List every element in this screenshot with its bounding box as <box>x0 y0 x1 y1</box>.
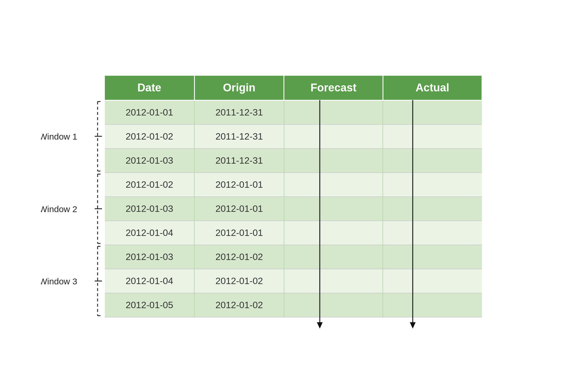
cell-origin: 2012-01-02 <box>194 245 284 269</box>
cell-origin: 2011-12-31 <box>194 149 284 173</box>
cell-origin: 2012-01-01 <box>194 221 284 245</box>
cell-date: 2012-01-03 <box>105 245 195 269</box>
cell-date: 2012-01-05 <box>105 293 195 317</box>
cell-date: 2012-01-03 <box>105 149 195 173</box>
cell-actual <box>383 197 482 221</box>
cell-forecast <box>284 293 383 317</box>
page-container: DateOriginForecastActual 2012-01-012011-… <box>0 0 587 392</box>
cell-date: 2012-01-01 <box>105 100 195 124</box>
cell-date: 2012-01-04 <box>105 221 195 245</box>
header-cell-forecast: Forecast <box>284 75 383 100</box>
svg-marker-18 <box>410 322 416 329</box>
header-row: DateOriginForecastActual <box>105 75 482 100</box>
cell-actual <box>383 269 482 293</box>
cell-actual <box>383 293 482 317</box>
cell-date: 2012-01-04 <box>105 269 195 293</box>
table-row: 2012-01-032012-01-01 <box>105 197 482 221</box>
cell-origin: 2011-12-31 <box>194 124 284 149</box>
main-layout: DateOriginForecastActual 2012-01-012011-… <box>105 75 482 317</box>
cell-actual <box>383 149 482 173</box>
table-row: 2012-01-032011-12-31 <box>105 149 482 173</box>
cell-forecast <box>284 269 383 293</box>
cell-origin: 2012-01-01 <box>194 173 284 197</box>
cell-actual <box>383 173 482 197</box>
table-row: 2012-01-022011-12-31 <box>105 124 482 149</box>
cell-forecast <box>284 124 383 149</box>
cell-date: 2012-01-02 <box>105 124 195 149</box>
window-bracket-1: Window 1 <box>41 100 102 173</box>
cell-origin: 2012-01-01 <box>194 197 284 221</box>
cell-forecast <box>284 197 383 221</box>
cell-date: 2012-01-03 <box>105 197 195 221</box>
svg-marker-16 <box>317 322 323 329</box>
cell-origin: 2012-01-02 <box>194 269 284 293</box>
table-container: DateOriginForecastActual 2012-01-012011-… <box>105 75 482 317</box>
table-row: 2012-01-022012-01-01 <box>105 173 482 197</box>
cell-forecast <box>284 173 383 197</box>
cell-forecast <box>284 221 383 245</box>
window-bracket-3: Window 3 <box>41 245 102 317</box>
cell-actual <box>383 245 482 269</box>
header-cell-actual: Actual <box>383 75 482 100</box>
window-label-1: Window 1 <box>41 132 77 141</box>
data-table: DateOriginForecastActual 2012-01-012011-… <box>105 75 482 317</box>
header-cell-origin: Origin <box>194 75 284 100</box>
cell-actual <box>383 124 482 149</box>
header-cell-date: Date <box>105 75 195 100</box>
cell-forecast <box>284 245 383 269</box>
table-row: 2012-01-032012-01-02 <box>105 245 482 269</box>
table-row: 2012-01-042012-01-02 <box>105 269 482 293</box>
cell-origin: 2012-01-02 <box>194 293 284 317</box>
table-row: 2012-01-012011-12-31 <box>105 100 482 124</box>
window-bracket-2: Window 2 <box>41 173 102 245</box>
cell-forecast <box>284 100 383 124</box>
table-row: 2012-01-052012-01-02 <box>105 293 482 317</box>
window-label-3: Window 3 <box>41 276 77 286</box>
cell-origin: 2011-12-31 <box>194 100 284 124</box>
cell-forecast <box>284 149 383 173</box>
cell-actual <box>383 221 482 245</box>
table-row: 2012-01-042012-01-01 <box>105 221 482 245</box>
window-label-2: Window 2 <box>41 204 77 214</box>
cell-date: 2012-01-02 <box>105 173 195 197</box>
cell-actual <box>383 100 482 124</box>
